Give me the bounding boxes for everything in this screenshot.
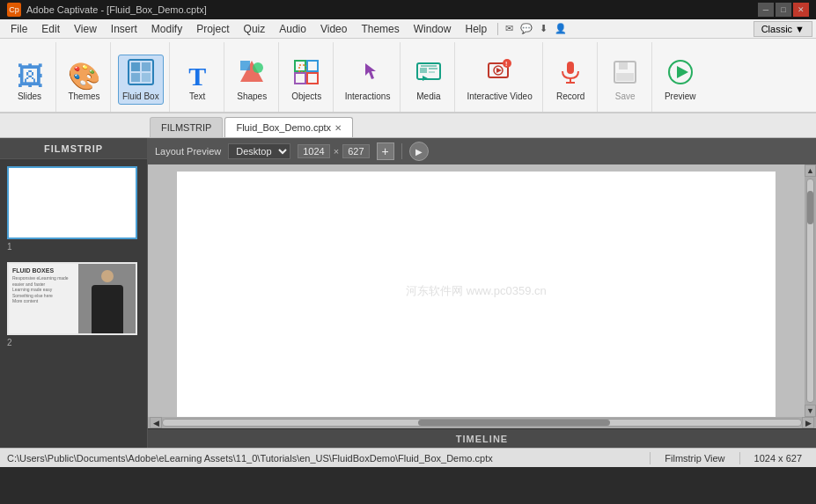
interactive-video-icon: ! <box>487 59 513 90</box>
layout-preview-label: Layout Preview <box>155 146 221 157</box>
ribbon-group-preview: Preview <box>654 42 707 112</box>
menu-project[interactable]: Project <box>189 21 236 37</box>
svg-rect-8 <box>295 61 305 71</box>
text-icon: T <box>188 63 206 90</box>
hscroll-left-button[interactable]: ◀ <box>150 417 162 428</box>
menu-icon-user[interactable]: 👤 <box>551 21 570 36</box>
layout-separator <box>401 143 402 159</box>
titlebar-title: Adobe Captivate - [Fluid_Box_Demo.cptx] <box>26 4 207 15</box>
vscroll-thumb[interactable] <box>807 191 813 224</box>
ribbon-slides-button[interactable]: 🖼 Slides <box>11 60 49 105</box>
horizontal-scrollbar[interactable]: ◀ ▶ <box>148 417 816 428</box>
file-tab[interactable]: Fluid_Box_Demo.cptx ✕ <box>224 117 353 137</box>
ribbon-record-button[interactable]: Record <box>551 55 590 105</box>
canvas-white <box>177 172 776 417</box>
zoom-plus-button[interactable]: + <box>377 142 394 160</box>
maximize-button[interactable]: □ <box>776 3 791 17</box>
ribbon-fluid-box-button[interactable]: Fluid Box <box>118 55 164 105</box>
titlebar-left: Cp Adobe Captivate - [Fluid_Box_Demo.cpt… <box>7 3 207 17</box>
layout-bar: Layout Preview Desktop Tablet Mobile 102… <box>148 138 816 164</box>
ribbon-save-button[interactable]: Save <box>606 55 644 105</box>
svg-rect-1 <box>131 62 140 71</box>
canvas-width: 1024 <box>298 144 329 158</box>
svg-rect-16 <box>429 71 435 73</box>
slide-thumbnail-2: FLUID BOXES Responsive eLearning made ea… <box>7 262 137 335</box>
ribbon-text-button[interactable]: T Text <box>178 60 217 105</box>
close-button[interactable]: ✕ <box>793 3 809 17</box>
ribbon-group-fluid-box: Fluid Box <box>113 42 170 112</box>
ribbon-group-text: T Text <box>172 42 224 112</box>
filmstrip-content: 1 FLUID BOXES Responsive eLearning made … <box>0 159 147 448</box>
svg-rect-3 <box>131 73 140 82</box>
status-path: C:\Users\Public\Documents\Adobe\eLearnin… <box>7 453 643 464</box>
layout-view-select[interactable]: Desktop Tablet Mobile <box>228 143 290 159</box>
svg-rect-23 <box>567 62 574 74</box>
shapes-icon <box>239 59 265 90</box>
coord-separator: × <box>334 146 339 157</box>
menu-insert[interactable]: Insert <box>104 21 144 37</box>
preview-icon <box>667 59 694 90</box>
ribbon-group-slides: 🖼 Slides <box>4 42 56 112</box>
menu-icon-chat[interactable]: 💬 <box>517 21 536 36</box>
slide2-person <box>78 264 136 333</box>
tab-close-button[interactable]: ✕ <box>334 123 342 133</box>
menu-edit[interactable]: Edit <box>34 21 67 37</box>
slide-number-2: 2 <box>7 338 140 347</box>
svg-rect-2 <box>142 62 151 71</box>
ribbon-interactions-button[interactable]: Interactions <box>341 56 395 105</box>
main-layout: FILMSTRIP 1 FLUID BOXES Responsive eLear… <box>0 138 816 448</box>
hscroll-right-button[interactable]: ▶ <box>802 417 814 428</box>
filmstrip-tab[interactable]: FILMSTRIP <box>150 117 223 137</box>
menu-icon-download[interactable]: ⬇ <box>536 21 551 36</box>
canvas-height: 627 <box>342 144 369 158</box>
canvas-area: Layout Preview Desktop Tablet Mobile 102… <box>148 138 816 448</box>
menu-modify[interactable]: Modify <box>144 21 189 37</box>
menu-audio[interactable]: Audio <box>272 21 313 37</box>
vscroll-up-button[interactable]: ▲ <box>805 164 816 177</box>
svg-marker-17 <box>423 76 428 81</box>
record-icon <box>557 59 584 90</box>
svg-rect-27 <box>619 62 628 69</box>
vscroll-track <box>806 179 814 403</box>
vertical-scrollbar[interactable]: ▲ ▼ <box>805 164 816 417</box>
ribbon-objects-button[interactable]: Objects <box>287 55 326 105</box>
ribbon: 🖼 Slides 🎨 Themes <box>0 39 816 113</box>
svg-rect-4 <box>142 73 151 82</box>
menu-icon-messages[interactable]: ✉ <box>502 21 517 36</box>
vscroll-down-button[interactable]: ▼ <box>805 405 816 417</box>
ribbon-group-interactions: Interactions <box>335 42 401 112</box>
window-controls: ─ □ ✕ <box>758 3 809 17</box>
ribbon-group-media: Media <box>402 42 455 112</box>
preview-play-button[interactable]: ▶ <box>409 142 429 161</box>
slide-thumb-1[interactable]: 1 <box>7 166 140 252</box>
svg-rect-14 <box>420 68 427 73</box>
svg-rect-15 <box>429 68 437 69</box>
ribbon-interactive-video-button[interactable]: ! Interactive Video <box>462 55 536 105</box>
status-resolution: 1024 x 627 <box>747 453 809 464</box>
menu-view[interactable]: View <box>67 21 104 37</box>
menu-quiz[interactable]: Quiz <box>237 21 273 37</box>
menu-video[interactable]: Video <box>313 21 354 37</box>
ribbon-preview-button[interactable]: Preview <box>660 55 701 105</box>
ribbon-media-button[interactable]: Media <box>409 55 448 105</box>
minimize-button[interactable]: ─ <box>758 3 774 17</box>
ribbon-group-save: Save <box>599 42 652 112</box>
menu-file[interactable]: File <box>4 21 34 37</box>
ribbon-group-themes: 🎨 Themes <box>58 42 111 112</box>
hscroll-thumb[interactable] <box>418 420 610 426</box>
menu-themes[interactable]: Themes <box>354 21 406 37</box>
ribbon-group-shapes: Shapes <box>226 42 279 112</box>
interactions-icon <box>355 60 381 90</box>
svg-text:!: ! <box>505 61 507 67</box>
classic-mode-button[interactable]: Classic ▼ <box>754 21 812 37</box>
filmstrip-header: FILMSTRIP <box>0 138 147 159</box>
status-separator-1 <box>650 452 651 464</box>
menu-help[interactable]: Help <box>458 21 494 37</box>
hscroll-track <box>162 419 802 427</box>
menu-window[interactable]: Window <box>407 21 459 37</box>
slide-thumb-2[interactable]: FLUID BOXES Responsive eLearning made ea… <box>7 262 140 347</box>
ribbon-shapes-button[interactable]: Shapes <box>232 55 271 105</box>
canvas-scroll[interactable]: 河东软件网 www.pc0359.cn <box>148 164 805 417</box>
ribbon-themes-button[interactable]: 🎨 Themes <box>63 60 105 105</box>
svg-point-7 <box>253 62 263 73</box>
